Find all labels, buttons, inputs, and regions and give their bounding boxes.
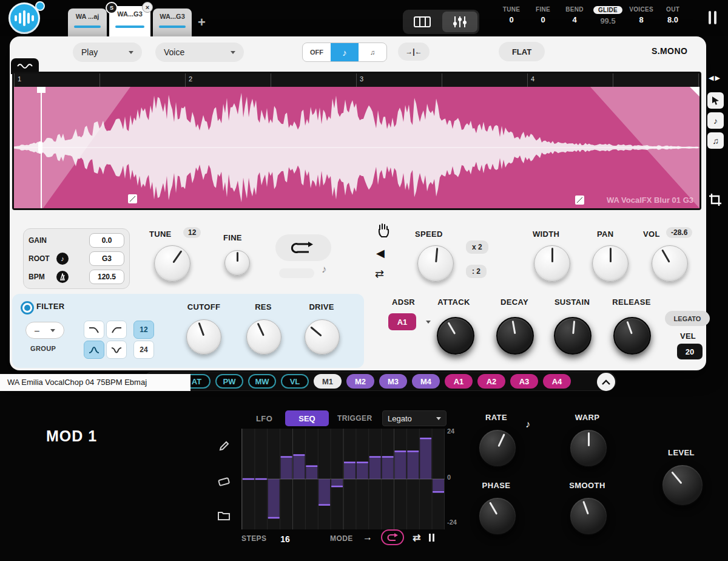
loop-length-pill[interactable] <box>279 268 314 278</box>
flat-button[interactable]: FLAT <box>499 42 545 61</box>
filter-enable-radio[interactable] <box>21 301 34 314</box>
add-tab-button[interactable]: + <box>198 15 206 30</box>
fade-in-handle[interactable] <box>37 87 46 93</box>
vel-value[interactable]: 20 <box>677 344 703 359</box>
eraser-tool-icon[interactable] <box>217 475 231 488</box>
reverse-icon[interactable]: ◀ <box>376 246 385 260</box>
mixer-view-button[interactable] <box>442 12 477 32</box>
mod-tab-mw[interactable]: MW <box>248 374 276 389</box>
preset-name[interactable]: WA Emilia VocalChop 04 75BPM Ebmaj <box>0 374 190 391</box>
snap-button[interactable]: →|← <box>398 42 430 61</box>
mod-tab-a1[interactable]: A1 <box>445 374 473 389</box>
sync-note-button[interactable]: ♪ <box>331 43 359 61</box>
mod-tab-m2[interactable]: M2 <box>346 374 374 389</box>
pointer-tool-button[interactable] <box>707 92 724 109</box>
hand-drag-icon[interactable] <box>376 222 391 240</box>
trigger-dropdown[interactable]: Legato <box>382 410 447 426</box>
tune-knob[interactable] <box>154 245 190 282</box>
cutoff-knob[interactable] <box>186 319 221 355</box>
release-knob[interactable] <box>613 317 651 355</box>
vol-value[interactable]: -28.6 <box>666 227 692 238</box>
crop-icon[interactable] <box>709 193 722 209</box>
param-fine[interactable]: FINE 0 <box>530 6 556 25</box>
forward-mode-icon[interactable]: → <box>363 532 372 543</box>
steps-value[interactable]: 16 <box>274 532 296 546</box>
sync-off-button[interactable]: OFF <box>303 43 331 61</box>
notch-filter-button[interactable] <box>106 341 127 359</box>
root-value[interactable]: G3 <box>89 251 124 266</box>
speed-knob[interactable] <box>417 245 454 282</box>
collapse-up-button[interactable] <box>597 373 615 391</box>
sample-link-icon[interactable] <box>575 195 584 205</box>
slope-12-button[interactable]: 12 <box>133 321 154 339</box>
step-sequencer[interactable] <box>241 429 445 529</box>
param-tune[interactable]: TUNE 0 <box>499 6 524 25</box>
filter-group-dropdown[interactable]: – <box>25 322 64 339</box>
phase-knob[interactable] <box>478 497 517 536</box>
level-knob[interactable] <box>661 464 704 506</box>
stereo-mono-toggle[interactable]: S.MONO <box>652 46 687 56</box>
fine-knob[interactable] <box>224 250 250 276</box>
drive-knob[interactable] <box>305 319 340 355</box>
slope-24-button[interactable]: 24 <box>133 341 154 359</box>
param-glide[interactable]: GLIDE 99.5 <box>593 6 622 25</box>
bandpass-filter-button[interactable] <box>84 341 104 359</box>
rate-knob[interactable] <box>478 429 517 467</box>
hold-mode-icon[interactable] <box>429 534 434 542</box>
sync-note-lock-button[interactable]: ♫ <box>359 43 386 61</box>
param-out[interactable]: OUT 8.0 <box>660 6 686 25</box>
mod-tab-m1[interactable]: M1 <box>314 374 342 389</box>
adsr-slot-dropdown[interactable]: A1 <box>388 313 416 330</box>
lowpass-filter-button[interactable] <box>84 321 104 339</box>
mod-tab-m4[interactable]: M4 <box>412 374 440 389</box>
sustain-knob[interactable] <box>554 317 592 355</box>
pingpong-mode-icon[interactable]: ⇄ <box>413 532 420 543</box>
timeline-ruler[interactable]: 1 2 3 4 <box>14 73 699 87</box>
file-tab-2[interactable]: S × WA...G3 <box>109 6 150 36</box>
fade-out-handle[interactable] <box>690 87 699 97</box>
tune-value[interactable]: 12 <box>183 227 201 238</box>
mod-tab-m3[interactable]: M3 <box>379 374 407 389</box>
param-bend[interactable]: BEND 4 <box>562 6 587 25</box>
mod-tab-vl[interactable]: VL <box>281 374 309 389</box>
loop-mode-icon[interactable] <box>381 529 404 545</box>
file-tab-3[interactable]: WA...G3 <box>153 8 192 36</box>
seq-tab[interactable]: SEQ <box>285 410 329 426</box>
param-voices[interactable]: VOICES 8 <box>629 6 654 25</box>
pencil-tool-icon[interactable] <box>217 440 231 453</box>
keyboard-view-button[interactable] <box>405 12 440 32</box>
attack-knob[interactable] <box>437 317 474 355</box>
mod-tab-a2[interactable]: A2 <box>477 374 505 389</box>
warp-knob[interactable] <box>569 429 608 467</box>
vol-knob[interactable] <box>652 245 688 282</box>
start-marker-handle[interactable] <box>38 141 42 154</box>
bpm-value[interactable]: 120.5 <box>89 270 124 284</box>
smooth-knob[interactable] <box>569 497 608 536</box>
play-mode-dropdown[interactable]: Play <box>73 42 142 62</box>
edit-handle-icon[interactable] <box>128 194 137 203</box>
legato-button[interactable]: LEGATO <box>665 311 710 326</box>
notes-tool-button[interactable]: ♫ <box>707 132 724 149</box>
expand-horizontal-icon[interactable]: ◀▶ <box>709 74 721 82</box>
waveform-display[interactable]: WA VocalFX Blur 01 G3 <box>14 87 699 208</box>
file-tab-1[interactable]: WA ...aj <box>68 8 107 36</box>
mod-tab-pw[interactable]: PW <box>215 374 243 389</box>
mod-tab-a3[interactable]: A3 <box>510 374 538 389</box>
loop-button[interactable] <box>275 234 331 261</box>
mod-tab-a4[interactable]: A4 <box>543 374 571 389</box>
lfo-tab[interactable]: LFO <box>256 414 272 423</box>
res-knob[interactable] <box>246 319 281 355</box>
folder-icon[interactable] <box>217 509 231 522</box>
highpass-filter-button[interactable] <box>106 321 127 339</box>
window-handle-icon[interactable] <box>709 11 716 24</box>
gain-value[interactable]: 0.0 <box>89 233 124 248</box>
decay-knob[interactable] <box>496 317 534 355</box>
pan-knob[interactable] <box>592 245 629 282</box>
note-tool-button[interactable]: ♪ <box>707 112 724 129</box>
trigger-value: Legato <box>388 414 412 423</box>
shuffle-icon[interactable]: ⇄ <box>375 267 384 280</box>
speed-x2-button[interactable]: x 2 <box>466 240 488 254</box>
voice-mode-dropdown[interactable]: Voice <box>155 42 244 62</box>
width-knob[interactable] <box>534 245 570 282</box>
speed-div2-button[interactable]: : 2 <box>466 265 487 278</box>
